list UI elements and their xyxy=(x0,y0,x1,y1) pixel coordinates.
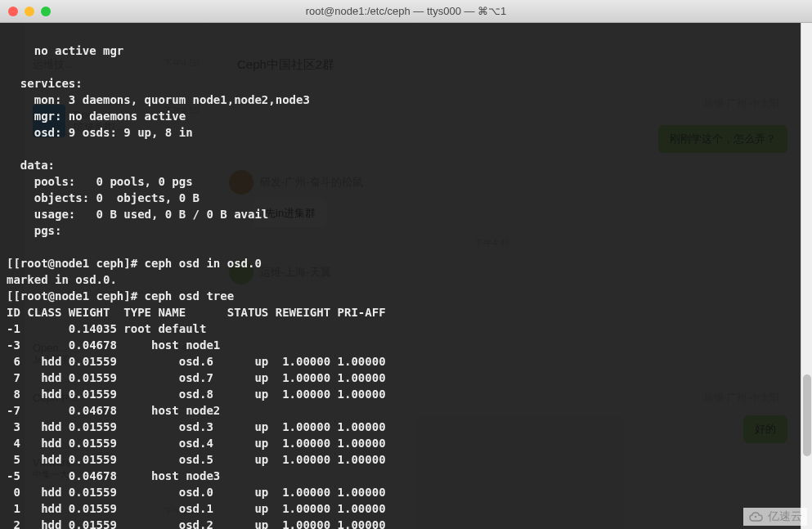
term-line xyxy=(7,240,13,253)
term-line: -1 0.14035 root default xyxy=(7,322,393,335)
term-line: -3 0.04678 host node1 xyxy=(7,338,393,352)
term-line: mgr: no daemons active xyxy=(7,110,186,123)
svg-point-0 xyxy=(755,516,756,518)
scrollbar[interactable] xyxy=(801,23,812,529)
term-line: no active mgr xyxy=(7,44,123,57)
terminal-container: 运维技... 下午4:50 Ceph中国社区2群 Docker/... [忘情帝… xyxy=(0,23,812,529)
cloud-icon xyxy=(748,511,765,522)
watermark-text: 亿速云 xyxy=(768,509,802,524)
term-line: 0 hdd 0.01559 osd.0 up 1.00000 1.00000 xyxy=(7,486,393,499)
term-line: 6 hdd 0.01559 osd.6 up 1.00000 1.00000 xyxy=(7,355,393,368)
term-line: osd: 9 osds: 9 up, 8 in xyxy=(7,126,193,139)
term-line: 3 hdd 0.01559 osd.3 up 1.00000 1.00000 xyxy=(7,420,393,433)
term-line: services: xyxy=(7,77,83,90)
maximize-icon[interactable] xyxy=(41,7,51,16)
term-line: 8 hdd 0.01559 osd.8 up 1.00000 1.00000 xyxy=(7,388,393,401)
term-line: objects: 0 objects, 0 B xyxy=(7,191,200,204)
term-line: 5 hdd 0.01559 osd.5 up 1.00000 1.00000 xyxy=(7,453,393,466)
term-line: usage: 0 B used, 0 B / 0 B avail xyxy=(7,208,268,221)
close-icon[interactable] xyxy=(8,7,18,16)
term-line: pgs: xyxy=(7,224,96,237)
term-line: pools: 0 pools, 0 pgs xyxy=(7,175,193,188)
terminal-window: root@node1:/etc/ceph — ttys000 — ⌘⌥1 运维技… xyxy=(0,0,812,529)
term-line: mon: 3 daemons, quorum node1,node2,node3 xyxy=(7,93,310,106)
term-prompt-line: [[root@node1 ceph]# ceph osd tree ] xyxy=(7,289,812,303)
term-prompt-line: [[root@node1 ceph]# ceph osd in osd.0 ] xyxy=(7,257,812,270)
watermark: 亿速云 xyxy=(743,508,807,526)
term-line: -5 0.04678 host node3 xyxy=(7,469,393,482)
terminal-output[interactable]: no active mgr services: mon: 3 daemons, … xyxy=(0,23,812,529)
window-title: root@node1:/etc/ceph — ttys000 — ⌘⌥1 xyxy=(306,5,507,17)
term-line: -7 0.04678 host node2 xyxy=(7,404,393,417)
traffic-lights xyxy=(8,7,51,16)
term-header-line: ID CLASS WEIGHT TYPE NAME STATUS REWEIGH… xyxy=(7,306,393,319)
term-line: 2 hdd 0.01559 osd.2 up 1.00000 1.00000 xyxy=(7,518,393,529)
term-line: marked in osd.0. xyxy=(7,273,117,286)
term-line: 4 hdd 0.01559 osd.4 up 1.00000 1.00000 xyxy=(7,437,393,450)
term-line: 7 hdd 0.01559 osd.7 up 1.00000 1.00000 xyxy=(7,371,393,384)
minimize-icon[interactable] xyxy=(25,7,34,16)
scroll-thumb[interactable] xyxy=(803,374,811,456)
term-line: 1 hdd 0.01559 osd.1 up 1.00000 1.00000 xyxy=(7,502,393,515)
term-line xyxy=(7,61,13,74)
term-line xyxy=(7,142,13,155)
term-line: data: xyxy=(7,159,55,172)
titlebar[interactable]: root@node1:/etc/ceph — ttys000 — ⌘⌥1 xyxy=(0,0,812,23)
